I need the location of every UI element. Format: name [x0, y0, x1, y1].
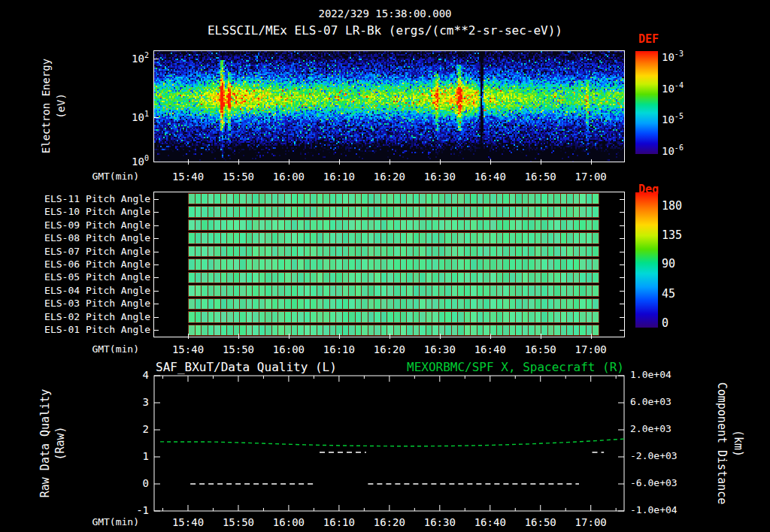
energy-tick-label: 100: [113, 154, 149, 168]
energy-tick-mark: [154, 117, 159, 118]
pitch-row-tick-mark: [154, 238, 159, 239]
distance-tick-label: -2.0e+03: [630, 450, 693, 461]
x-tick-label: 16:00: [264, 516, 314, 528]
pitch-row-tick-mark: [620, 304, 624, 304]
bottom-left-title: SAF_BXuT/Data Quality (L): [156, 360, 337, 374]
x-tick-mark: [541, 334, 541, 339]
x-tick-label: 16:10: [314, 171, 364, 183]
x-tick-label: 15:50: [214, 171, 263, 183]
x-tick-label: 16:40: [465, 516, 515, 528]
pitch-row-tick-mark: [620, 277, 624, 278]
quality-tick-label: 0: [119, 477, 149, 489]
x-tick-label: 15:40: [163, 171, 213, 183]
pitch-row-tick-mark: [154, 277, 159, 278]
flux-colorbar-tick-label: 10-3: [662, 50, 707, 63]
x-tick-mark: [289, 334, 290, 339]
x-tick-mark: [440, 159, 441, 165]
x-tick-mark: [591, 159, 592, 165]
quality-distance-chart: [153, 375, 625, 512]
pitch-row-tick-mark: [154, 212, 159, 213]
x-tick-label: 16:00: [264, 171, 314, 183]
bottom-left-ylabel-units: (Raw): [53, 361, 67, 526]
x-tick-mark: [289, 159, 290, 165]
x-tick-label: 16:10: [314, 516, 364, 528]
x-tick-label: 16:40: [465, 343, 515, 355]
quality-tick-label: -1: [119, 504, 149, 516]
flux-colorbar-title: DEF: [638, 32, 659, 46]
pitch-row-label: ELS-05 Pitch Angle: [30, 271, 150, 283]
spacecraft-x-line: [160, 439, 624, 446]
x-tick-mark: [591, 334, 592, 339]
x-tick-label: 16:30: [415, 343, 465, 355]
quality-tick-label: 2: [119, 423, 149, 435]
x-tick-mark: [339, 334, 340, 339]
energy-tick-label: 101: [113, 110, 149, 123]
x-tick-mark: [490, 159, 491, 165]
energy-tick-label: 102: [113, 51, 149, 65]
bottom-right-ylabel: Component Distance: [715, 361, 729, 526]
pitch-angle-grid: [154, 192, 624, 337]
quality-tick-label: 1: [119, 450, 149, 462]
deg-colorbar-tick-label: 0: [662, 316, 707, 330]
distance-tick-label: 2.0e+03: [630, 423, 693, 434]
pitch-row-tick-mark: [620, 225, 624, 226]
deg-colorbar-tick-label: 135: [662, 228, 707, 242]
pitch-row-tick-mark: [620, 291, 624, 292]
pitch-row-label: ELS-06 Pitch Angle: [30, 258, 150, 270]
x-tick-mark: [188, 159, 189, 165]
bottom-right-ylabel-units: (km): [732, 361, 745, 526]
pitch-row-tick-mark: [620, 252, 624, 252]
flux-colorbar-tick-label: 10-6: [662, 144, 707, 157]
deg-colorbar-tick-label: 45: [662, 287, 707, 301]
pitch-row-tick-mark: [154, 304, 159, 304]
spectrogram-ylabel: Electron Energy: [39, 23, 53, 189]
distance-tick-label: -6.0e+03: [630, 477, 693, 488]
flux-colorbar: [635, 51, 658, 154]
pitch-row-label: ELS-03 Pitch Angle: [30, 298, 150, 309]
x-tick-label: 16:50: [516, 516, 565, 528]
x-tick-label: 16:30: [415, 516, 465, 528]
x-tick-label: 16:20: [365, 343, 414, 355]
pitch-row-tick-mark: [620, 212, 624, 213]
x-tick-label: 15:40: [163, 343, 213, 355]
deg-colorbar-tick-label: 90: [662, 257, 707, 271]
quality-tick-label: 4: [119, 369, 149, 381]
x-tick-mark: [390, 334, 390, 339]
pitch-row-label: ELS-10 Pitch Angle: [30, 206, 150, 217]
pitch-row-tick-mark: [620, 264, 624, 265]
pitch-row-tick-mark: [620, 199, 624, 200]
x-tick-label: 16:50: [516, 343, 565, 355]
x-tick-mark: [238, 334, 239, 339]
pitch-row-tick-mark: [154, 264, 159, 265]
pitch-row-tick-mark: [154, 252, 159, 252]
pitch-row-tick-mark: [154, 291, 159, 292]
distance-tick-label: -1.0e+04: [630, 504, 693, 515]
deg-colorbar-tick-label: 180: [662, 199, 707, 213]
pitch-row-label: ELS-11 Pitch Angle: [30, 193, 150, 204]
deg-colorbar: [635, 192, 658, 328]
pitch-row-tick-mark: [154, 317, 159, 318]
pitch-row-tick-mark: [620, 238, 624, 239]
x-tick-label: 17:00: [566, 171, 616, 183]
timestamp-title: 2022/329 15:38:00.000: [0, 8, 770, 20]
distance-tick-label: 6.0e+03: [630, 396, 693, 407]
pitch-row-label: ELS-07 Pitch Angle: [30, 246, 150, 257]
pitch-row-label: ELS-01 Pitch Angle: [30, 324, 150, 335]
bottom-right-title: MEXORBMC/SPF X, Spacecraft (R): [323, 360, 624, 374]
pitch-row-tick-mark: [620, 317, 624, 318]
pitch-row-label: ELS-09 Pitch Angle: [30, 219, 150, 231]
gmt-axis-label-2: GMT(min): [56, 343, 139, 355]
flux-colorbar-tick-label: 10-5: [662, 112, 707, 125]
x-tick-label: 16:20: [365, 516, 414, 528]
x-tick-mark: [238, 159, 239, 165]
energy-tick-mark: [154, 59, 159, 59]
x-tick-label: 16:50: [516, 171, 565, 183]
pitch-row-tick-mark: [154, 199, 159, 200]
x-tick-mark: [188, 334, 189, 339]
spectrogram-ylabel-units: (eV): [54, 23, 68, 189]
pitch-row-label: ELS-02 Pitch Angle: [30, 311, 150, 322]
x-tick-label: 16:20: [365, 171, 414, 183]
electron-energy-spectrogram: [154, 51, 624, 162]
quality-tick-label: 3: [119, 396, 149, 408]
pitch-row-tick-mark: [154, 225, 159, 226]
